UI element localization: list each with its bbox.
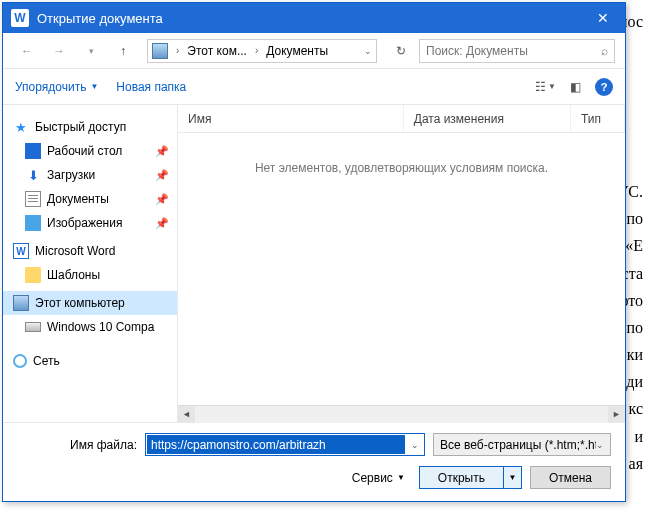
nav-quick-access[interactable]: ★ Быстрый доступ	[3, 115, 177, 139]
nav-documents[interactable]: Документы 📌	[3, 187, 177, 211]
open-split-button: Открыть ▼	[419, 466, 522, 489]
nav-desktop[interactable]: Рабочий стол 📌	[3, 139, 177, 163]
folder-icon	[25, 267, 41, 283]
col-name[interactable]: Имя	[178, 105, 404, 132]
view-mode-button[interactable]: ☷ ▼	[535, 80, 556, 94]
search-input[interactable]	[426, 44, 601, 58]
desktop-icon	[25, 143, 41, 159]
chevron-down-icon: ▼	[548, 82, 556, 91]
new-folder-button[interactable]: Новая папка	[116, 80, 186, 94]
back-button[interactable]: ←	[13, 39, 41, 63]
recent-dropdown[interactable]: ▾	[77, 39, 105, 63]
filename-dropdown[interactable]: ⌄	[406, 440, 424, 450]
nav-win10-drive[interactable]: Windows 10 Compa	[3, 315, 177, 339]
downloads-icon: ⬇	[25, 167, 41, 183]
nav-downloads[interactable]: ⬇ Загрузки 📌	[3, 163, 177, 187]
close-button[interactable]: ✕	[581, 3, 625, 33]
filename-input[interactable]	[147, 435, 405, 454]
view-icon: ☷	[535, 80, 546, 94]
preview-pane-button[interactable]: ◧	[570, 80, 581, 94]
word-icon: W	[13, 243, 29, 259]
bottom-panel: Имя файла: ⌄ Все веб-страницы (*.htm;*.h…	[3, 422, 625, 501]
scroll-right-button[interactable]: ►	[608, 406, 625, 423]
horizontal-scrollbar[interactable]: ◄ ►	[178, 405, 625, 422]
chevron-down-icon: ⌄	[596, 440, 604, 450]
forward-button: →	[45, 39, 73, 63]
pictures-icon	[25, 215, 41, 231]
chevron-right-icon[interactable]: ›	[172, 45, 183, 56]
chevron-down-icon: ▼	[397, 473, 405, 482]
chevron-down-icon: ▼	[90, 82, 98, 91]
open-button[interactable]: Открыть	[420, 467, 503, 488]
open-file-dialog: W Открытие документа ✕ ← → ▾ ↑ › Этот ко…	[2, 2, 626, 502]
crumb-this-pc[interactable]: Этот ком...	[183, 44, 251, 58]
help-button[interactable]: ?	[595, 78, 613, 96]
dialog-body: ★ Быстрый доступ Рабочий стол 📌 ⬇ Загруз…	[3, 105, 625, 422]
nav-templates[interactable]: Шаблоны	[3, 263, 177, 287]
column-headers: Имя Дата изменения Тип	[178, 105, 625, 133]
crumb-documents[interactable]: Документы	[262, 44, 332, 58]
nav-this-pc[interactable]: Этот компьютер	[3, 291, 177, 315]
nav-pictures[interactable]: Изображения 📌	[3, 211, 177, 235]
breadcrumb-dropdown[interactable]: ⌄	[364, 46, 372, 56]
toolbar: Упорядочить ▼ Новая папка ☷ ▼ ◧ ?	[3, 69, 625, 105]
navigation-pane: ★ Быстрый доступ Рабочий стол 📌 ⬇ Загруз…	[3, 105, 178, 422]
scroll-track[interactable]	[195, 406, 608, 423]
nav-network[interactable]: Сеть	[3, 349, 177, 373]
cancel-button[interactable]: Отмена	[530, 466, 611, 489]
search-icon[interactable]: ⌕	[601, 44, 608, 58]
file-list: Имя Дата изменения Тип Нет элементов, уд…	[178, 105, 625, 422]
filename-combo[interactable]: ⌄	[145, 433, 425, 456]
network-icon	[13, 354, 27, 368]
word-app-icon: W	[11, 9, 29, 27]
file-type-filter[interactable]: Все веб-страницы (*.htm;*.htr ⌄	[433, 433, 611, 456]
open-dropdown[interactable]: ▼	[503, 467, 521, 488]
pin-icon: 📌	[155, 193, 169, 206]
drive-icon	[25, 322, 41, 332]
pc-icon	[13, 295, 29, 311]
star-icon: ★	[13, 119, 29, 135]
nav-row: ← → ▾ ↑ › Этот ком... › Документы ⌄ ↻ ⌕	[3, 33, 625, 69]
scroll-left-button[interactable]: ◄	[178, 406, 195, 423]
pin-icon: 📌	[155, 217, 169, 230]
pin-icon: 📌	[155, 169, 169, 182]
refresh-button[interactable]: ↻	[387, 39, 415, 63]
up-button[interactable]: ↑	[109, 39, 137, 63]
documents-icon	[25, 191, 41, 207]
chevron-right-icon[interactable]: ›	[251, 45, 262, 56]
breadcrumb[interactable]: › Этот ком... › Документы ⌄	[147, 39, 377, 63]
pin-icon: 📌	[155, 145, 169, 158]
col-date[interactable]: Дата изменения	[404, 105, 571, 132]
nav-word[interactable]: W Microsoft Word	[3, 239, 177, 263]
tools-button[interactable]: Сервис ▼	[346, 466, 411, 489]
filename-label: Имя файла:	[17, 438, 137, 452]
preview-icon: ◧	[570, 80, 581, 94]
titlebar: W Открытие документа ✕	[3, 3, 625, 33]
col-type[interactable]: Тип	[571, 105, 625, 132]
organize-button[interactable]: Упорядочить ▼	[15, 80, 98, 94]
dialog-title: Открытие документа	[37, 11, 581, 26]
empty-message: Нет элементов, удовлетворяющих условиям …	[178, 133, 625, 405]
pc-icon	[152, 43, 168, 59]
search-box[interactable]: ⌕	[419, 39, 615, 63]
